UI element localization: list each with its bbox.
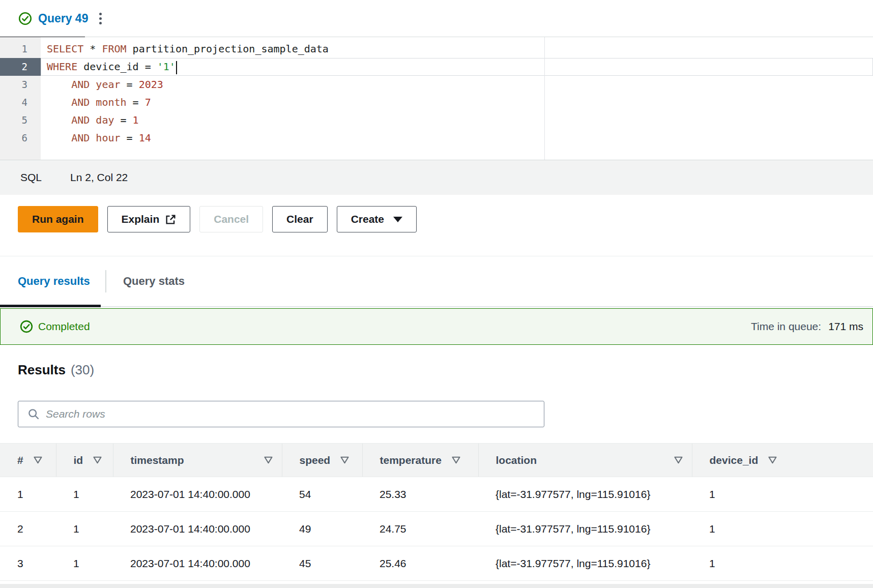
code-token: WHERE	[47, 61, 77, 73]
table-cell: 1	[56, 477, 113, 512]
filter-icon[interactable]	[93, 456, 102, 464]
tab-query-49[interactable]: Query 49	[0, 0, 113, 37]
code-token	[90, 96, 96, 108]
code-line-2[interactable]: WHERE device_id = '1'	[41, 58, 873, 76]
tab-query-stats[interactable]: Query stats	[106, 275, 205, 288]
code-token: =	[114, 114, 132, 126]
table-cell: 2023-07-01 14:40:00.000	[113, 546, 282, 581]
explain-label: Explain	[122, 213, 160, 225]
explain-button[interactable]: Explain	[107, 206, 191, 232]
code-token: partition_projection_sample_data	[127, 43, 329, 55]
code-token: SELECT	[47, 43, 83, 55]
code-token	[47, 132, 71, 144]
code-token	[47, 114, 71, 126]
filter-icon[interactable]	[452, 456, 460, 464]
code-token: day	[96, 114, 114, 126]
code-token	[90, 132, 96, 144]
editor-status-bar: SQL Ln 2, Col 22	[0, 160, 873, 195]
cancel-label: Cancel	[214, 213, 249, 225]
editor-gutter: 123456	[0, 37, 41, 160]
success-check-icon	[18, 12, 32, 25]
kebab-menu-icon[interactable]	[96, 10, 105, 27]
tab-query-results[interactable]: Query results	[0, 256, 105, 306]
table-cell: 3	[0, 546, 56, 581]
code-token: AND	[71, 78, 90, 91]
filter-icon[interactable]	[340, 456, 349, 464]
column-header-#[interactable]: #	[0, 444, 56, 477]
query-tab-bar: Query 49	[0, 0, 873, 37]
column-header-temperature[interactable]: temperature	[362, 444, 478, 477]
table-cell: 1	[692, 512, 873, 546]
code-token: 1	[133, 114, 139, 126]
results-tab-bar: Query results Query stats	[0, 256, 873, 307]
external-link-icon	[165, 214, 176, 225]
code-token: =	[127, 96, 145, 108]
column-label: id	[74, 454, 83, 466]
code-token: year	[96, 78, 120, 91]
search-rows-input[interactable]	[46, 401, 544, 427]
table-cell: 1	[56, 512, 113, 546]
code-line-3[interactable]: AND year = 2023	[41, 76, 873, 94]
code-token: '1'	[157, 61, 176, 73]
table-cell: 45	[282, 546, 362, 581]
code-line-4[interactable]: AND month = 7	[41, 94, 873, 111]
table-cell: 1	[56, 546, 113, 581]
create-label: Create	[351, 213, 384, 225]
table-cell: 2023-07-01 14:40:00.000	[113, 512, 282, 546]
sql-editor[interactable]: 123456 SELECT * FROM partition_projectio…	[0, 37, 873, 160]
code-token: FROM	[102, 43, 126, 55]
print-margin-ruler	[544, 37, 545, 160]
bottom-scroll-strip[interactable]	[0, 584, 873, 588]
column-label: speed	[300, 454, 331, 466]
time-in-queue-value: 171 ms	[828, 320, 863, 333]
table-row: 312023-07-01 14:40:00.0004525.46{lat=-31…	[0, 546, 873, 581]
table-cell: 1	[692, 477, 873, 512]
create-button[interactable]: Create	[337, 206, 417, 232]
table-header-row: #idtimestampspeedtemperaturelocationdevi…	[0, 444, 873, 477]
filter-icon[interactable]	[34, 456, 42, 464]
clear-label: Clear	[286, 213, 313, 225]
editor-language-label: SQL	[20, 171, 42, 184]
column-header-id[interactable]: id	[56, 444, 113, 477]
code-token	[47, 96, 71, 108]
column-header-speed[interactable]: speed	[282, 444, 362, 477]
status-completed-label: Completed	[38, 320, 90, 333]
column-header-device_id[interactable]: device_id	[692, 444, 873, 477]
results-table-wrap: #idtimestampspeedtemperaturelocationdevi…	[0, 443, 873, 581]
clear-button[interactable]: Clear	[272, 206, 328, 232]
editor-code[interactable]: SELECT * FROM partition_projection_sampl…	[41, 37, 873, 160]
table-cell: 54	[282, 477, 362, 512]
gutter-line-number: 5	[0, 111, 41, 129]
filter-icon[interactable]	[674, 456, 683, 464]
status-completed-icon	[20, 320, 33, 333]
text-cursor	[176, 61, 177, 74]
filter-icon[interactable]	[768, 456, 777, 464]
code-token: month	[96, 96, 126, 108]
query-status-banner: Completed Time in queue: 171 ms	[0, 308, 873, 345]
time-in-queue-label: Time in queue:	[751, 320, 821, 333]
column-label: location	[496, 454, 537, 466]
gutter-line-number: 4	[0, 94, 41, 111]
column-header-location[interactable]: location	[478, 444, 692, 477]
code-token	[90, 78, 96, 91]
query-tab-title: Query 49	[38, 12, 88, 25]
cancel-button[interactable]: Cancel	[199, 206, 263, 232]
code-token: =	[121, 132, 139, 144]
code-line-1[interactable]: SELECT * FROM partition_projection_sampl…	[41, 40, 873, 58]
table-cell: 25.33	[362, 477, 478, 512]
table-cell: 1	[692, 546, 873, 581]
filter-icon[interactable]	[264, 456, 273, 464]
table-cell: 49	[282, 512, 362, 546]
table-cell: 2	[0, 512, 56, 546]
column-header-timestamp[interactable]: timestamp	[113, 444, 282, 477]
code-token: device_id =	[77, 61, 157, 73]
code-token: 14	[139, 132, 151, 144]
run-again-button[interactable]: Run again	[18, 206, 98, 232]
table-cell: 2023-07-01 14:40:00.000	[113, 477, 282, 512]
column-label: timestamp	[131, 454, 184, 466]
code-line-6[interactable]: AND hour = 14	[41, 129, 873, 147]
column-label: temperature	[380, 454, 442, 466]
query-actions: Run again Explain Cancel Clear Create	[18, 206, 873, 232]
code-line-5[interactable]: AND day = 1	[41, 111, 873, 129]
table-cell: {lat=-31.977577, lng=115.91016}	[478, 477, 692, 512]
